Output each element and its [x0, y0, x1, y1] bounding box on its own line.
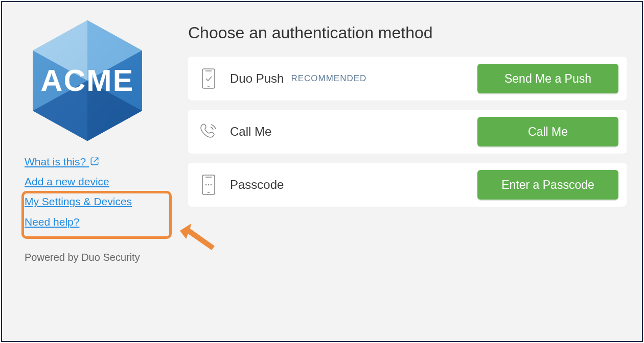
svg-point-16 [211, 184, 212, 186]
external-link-icon [90, 157, 99, 166]
auth-method-label: Duo Push [230, 71, 284, 86]
call-me-button[interactable]: Call Me [477, 117, 618, 146]
what-is-this-label: What is this? [25, 156, 86, 167]
auth-method-panel: Choose an authentication method Duo Push… [188, 16, 627, 326]
settings-devices-link[interactable]: My Settings & Devices [25, 195, 132, 208]
panel-heading: Choose an authentication method [188, 23, 627, 42]
enter-passcode-button[interactable]: Enter a Passcode [477, 170, 618, 200]
brand-logo: ACME [25, 14, 150, 147]
phone-code-icon [198, 174, 219, 196]
add-device-link[interactable]: Add a new device [25, 175, 109, 188]
svg-point-14 [205, 184, 207, 186]
brand-logo-text: ACME [40, 64, 134, 97]
auth-method-row-passcode: Passcode Enter a Passcode [188, 163, 627, 207]
hexagon-logo-icon: ACME [29, 17, 146, 144]
sidebar: ACME What is this? Add a new device My S… [25, 16, 168, 326]
auth-method-label: Call Me [230, 125, 271, 139]
svg-rect-8 [202, 69, 215, 88]
auth-method-label: Passcode [230, 178, 284, 192]
need-help-link[interactable]: Need help? [25, 215, 79, 228]
phone-ring-icon [198, 120, 219, 143]
send-push-button[interactable]: Send Me a Push [477, 64, 618, 93]
auth-method-row-call: Call Me Call Me [188, 110, 627, 154]
powered-by-text: Powered by Duo Security [25, 252, 168, 263]
recommended-tag: RECOMMENDED [291, 74, 366, 84]
phone-check-icon [198, 67, 219, 90]
auth-method-row-push: Duo Push RECOMMENDED Send Me a Push [188, 57, 627, 101]
what-is-this-link[interactable]: What is this? [25, 155, 99, 168]
svg-point-15 [208, 184, 210, 186]
help-links: What is this? Add a new device My Settin… [25, 155, 168, 235]
auth-prompt-frame: ACME What is this? Add a new device My S… [1, 1, 643, 342]
